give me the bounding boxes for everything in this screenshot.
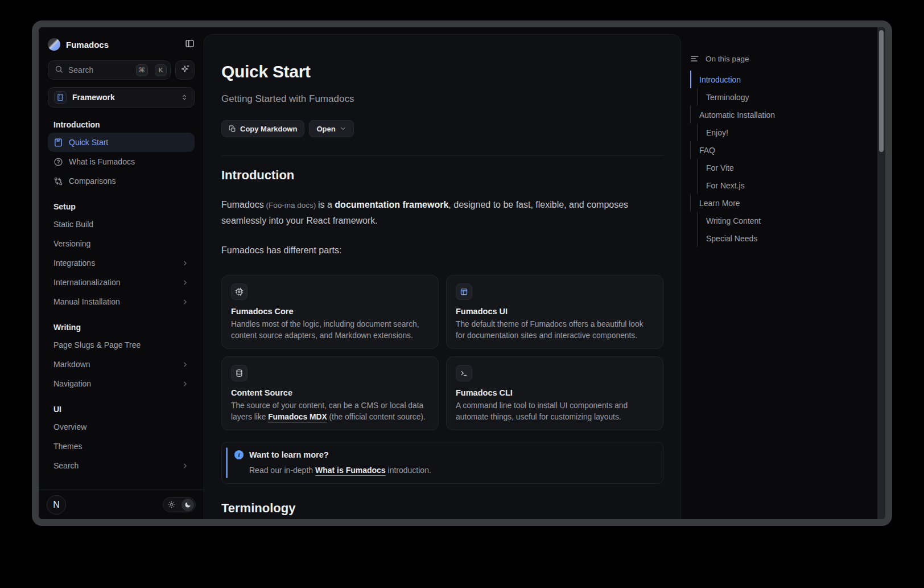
open-label: Open	[316, 125, 335, 133]
sidebar-item-quick-start[interactable]: Quick Start	[48, 133, 195, 152]
sidebar-item-label: Markdown	[53, 360, 90, 369]
sun-icon	[168, 501, 175, 508]
page-title: Quick Start	[221, 62, 663, 81]
search-input[interactable]: Search ⌘ K	[48, 60, 171, 80]
toc-item-for-nextjs[interactable]: For Next.js	[697, 176, 861, 194]
callout-content: Want to learn more? Read our in-depth Wh…	[249, 449, 431, 476]
card-title: Fumadocs UI	[456, 307, 654, 316]
sidebar-item-label: Internationalization	[53, 278, 121, 287]
copy-markdown-button[interactable]: Copy Markdown	[221, 120, 304, 137]
sidebar-item-label: Integrations	[53, 258, 95, 268]
card-fumadocs-core[interactable]: Fumadocs Core Handles most of the logic,…	[221, 275, 439, 349]
copy-markdown-label: Copy Markdown	[240, 125, 297, 133]
layout-icon	[456, 283, 472, 300]
chevron-right-icon	[182, 462, 189, 470]
section-title-ui: UI	[48, 405, 195, 414]
toc: On this page Introduction Terminology Au…	[690, 54, 861, 247]
sidebar-item-label: Themes	[53, 442, 82, 451]
info-icon: i	[234, 450, 244, 459]
heading-terminology: Terminology	[221, 501, 663, 516]
card-content-source[interactable]: Content Source The source of your conten…	[221, 356, 439, 430]
callout-accent-bar	[226, 447, 228, 478]
sidebar-item-themes[interactable]: Themes	[48, 437, 195, 456]
sidebar-header: Fumadocs	[48, 34, 195, 55]
toc-item-learn-more[interactable]: Learn More	[690, 194, 861, 212]
callout-text-post: introduction.	[386, 466, 431, 475]
what-is-fumadocs-link[interactable]: What is Fumadocs	[315, 466, 386, 476]
sidebar-item-what-is-fumadocs[interactable]: What is Fumadocs	[48, 152, 195, 171]
sidebar-item-integrations[interactable]: Integrations	[48, 253, 195, 273]
callout-title: Want to learn more?	[249, 449, 431, 460]
intro-pronounce: (Foo-ma docs)	[264, 201, 318, 209]
heading-introduction: Introduction	[221, 168, 663, 183]
toc-item-automatic-installation[interactable]: Automatic Installation	[690, 106, 861, 124]
sidebar-item-label: Navigation	[53, 379, 91, 388]
open-button[interactable]: Open	[309, 120, 353, 137]
cpu-icon	[231, 283, 248, 300]
page-actions: Copy Markdown Open	[221, 120, 663, 137]
framework-select[interactable]: Framework	[48, 87, 195, 108]
feature-cards: Fumadocs Core Handles most of the logic,…	[221, 275, 663, 430]
info-callout: i Want to learn more? Read our in-depth …	[221, 442, 663, 484]
callout-text-pre: Read our in-depth	[249, 466, 315, 475]
sidebar-nav: Introduction Quick Start What is Fumadoc…	[48, 120, 195, 475]
building-icon	[54, 91, 67, 104]
intro-brand: Fumadocs	[221, 200, 264, 209]
intro-paragraph: Fumadocs (Foo-ma docs) is a documentatio…	[221, 197, 663, 228]
sidebar-item-comparisons[interactable]: Comparisons	[48, 171, 195, 191]
intro-paragraph-2: Fumadocs has different parts:	[221, 242, 663, 258]
toc-item-enjoy[interactable]: Enjoy!	[697, 124, 861, 141]
align-left-icon	[690, 54, 699, 63]
terminal-icon	[456, 365, 472, 381]
card-title: Content Source	[231, 388, 429, 397]
sidebar-item-markdown[interactable]: Markdown	[48, 355, 195, 374]
chevron-right-icon	[182, 298, 189, 306]
sidebar-item-versioning[interactable]: Versioning	[48, 234, 195, 253]
card-fumadocs-cli[interactable]: Fumadocs CLI A command line tool to inst…	[446, 356, 663, 430]
window-scrollbar-thumb[interactable]	[879, 30, 884, 152]
card-description: The source of your content, can be a CMS…	[231, 400, 429, 422]
sidebar-item-label: Search	[53, 461, 79, 470]
avatar[interactable]: N	[47, 495, 66, 515]
chevron-right-icon	[182, 361, 189, 368]
toc-item-terminology[interactable]: Terminology	[697, 88, 861, 106]
section-title-writing: Writing	[48, 323, 195, 332]
toc-item-special-needs[interactable]: Special Needs	[697, 229, 861, 247]
chevron-right-icon	[182, 279, 189, 286]
sidebar-item-static-build[interactable]: Static Build	[48, 215, 195, 234]
section-title-introduction: Introduction	[48, 120, 195, 129]
sidebar-item-manual-installation[interactable]: Manual Installation	[48, 292, 195, 311]
app-window: Fumadocs Search ⌘ K	[32, 20, 892, 526]
card-fumadocs-ui[interactable]: Fumadocs UI The default theme of Fumadoc…	[446, 275, 663, 349]
sidebar-item-label: Manual Installation	[53, 297, 120, 306]
article-panel: Quick Start Getting Started with Fumadoc…	[204, 34, 681, 519]
brand-title: Fumadocs	[66, 40, 109, 50]
sidebar-collapse-button[interactable]	[185, 39, 195, 50]
sidebar-item-label: Versioning	[53, 239, 90, 248]
card-title: Fumadocs Core	[231, 307, 429, 316]
toc-item-introduction[interactable]: Introduction	[690, 71, 861, 88]
card-desc-post: (the official content source).	[327, 413, 426, 421]
fumadocs-mdx-link[interactable]: Fumadocs MDX	[268, 413, 327, 422]
sidebar-item-overview[interactable]: Overview	[48, 417, 195, 437]
ai-search-button[interactable]	[175, 60, 195, 80]
sparkles-icon	[180, 64, 190, 76]
card-description: The default theme of Fumadocs offers a b…	[456, 319, 654, 341]
sidebar-item-label: Quick Start	[69, 138, 108, 147]
card-description: A command line tool to install UI compon…	[456, 400, 654, 422]
toc-item-faq[interactable]: FAQ	[690, 141, 861, 159]
sidebar-item-page-slugs[interactable]: Page Slugs & Page Tree	[48, 335, 195, 355]
sidebar-item-search[interactable]: Search	[48, 456, 195, 475]
theme-toggle[interactable]	[163, 497, 196, 512]
copy-icon	[229, 125, 236, 133]
chevron-right-icon	[182, 260, 189, 267]
search-placeholder: Search	[68, 65, 129, 75]
toc-item-for-vite[interactable]: For Vite	[697, 159, 861, 176]
moon-icon	[182, 499, 194, 511]
intro-mid: is a	[318, 200, 335, 209]
chevrons-up-down-icon	[180, 93, 188, 101]
window-scrollbar-track[interactable]	[877, 27, 885, 519]
sidebar-item-internationalization[interactable]: Internationalization	[48, 273, 195, 292]
toc-item-writing-content[interactable]: Writing Content	[697, 212, 861, 229]
sidebar-item-navigation[interactable]: Navigation	[48, 374, 195, 393]
